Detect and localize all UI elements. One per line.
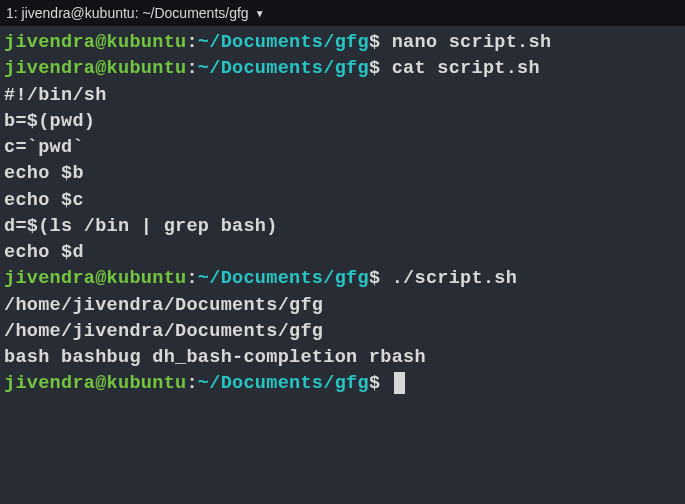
output-line: echo $b bbox=[4, 161, 681, 187]
output-line: bash bashbug dh_bash-completion rbash bbox=[4, 345, 681, 371]
user-host: jivendra@kubuntu bbox=[4, 58, 186, 79]
output-line: /home/jivendra/Documents/gfg bbox=[4, 293, 681, 319]
separator: : bbox=[186, 268, 197, 289]
cursor bbox=[394, 372, 405, 394]
command: nano script.sh bbox=[380, 32, 551, 53]
command: ./script.sh bbox=[380, 268, 517, 289]
prompt-symbol: $ bbox=[369, 32, 380, 53]
prompt-symbol: $ bbox=[369, 58, 380, 79]
separator: : bbox=[186, 58, 197, 79]
output-line: /home/jivendra/Documents/gfg bbox=[4, 319, 681, 345]
path: ~/Documents/gfg bbox=[198, 373, 369, 394]
separator: : bbox=[186, 373, 197, 394]
output-line: #!/bin/sh bbox=[4, 83, 681, 109]
separator: : bbox=[186, 32, 197, 53]
output-line: echo $c bbox=[4, 188, 681, 214]
command bbox=[380, 373, 391, 394]
prompt-line: jivendra@kubuntu:~/Documents/gfg$ ./scri… bbox=[4, 266, 681, 292]
user-host: jivendra@kubuntu bbox=[4, 32, 186, 53]
output-line: echo $d bbox=[4, 240, 681, 266]
path: ~/Documents/gfg bbox=[198, 58, 369, 79]
titlebar[interactable]: 1: jivendra@kubuntu: ~/Documents/gfg ▼ bbox=[0, 0, 685, 26]
output-line: c=`pwd` bbox=[4, 135, 681, 161]
prompt-symbol: $ bbox=[369, 373, 380, 394]
user-host: jivendra@kubuntu bbox=[4, 373, 186, 394]
titlebar-text: 1: jivendra@kubuntu: ~/Documents/gfg bbox=[6, 5, 249, 21]
prompt-symbol: $ bbox=[369, 268, 380, 289]
prompt-line: jivendra@kubuntu:~/Documents/gfg$ cat sc… bbox=[4, 56, 681, 82]
path: ~/Documents/gfg bbox=[198, 268, 369, 289]
terminal[interactable]: jivendra@kubuntu:~/Documents/gfg$ nano s… bbox=[0, 26, 685, 402]
command: cat script.sh bbox=[380, 58, 540, 79]
prompt-line: jivendra@kubuntu:~/Documents/gfg$ bbox=[4, 371, 681, 397]
output-line: d=$(ls /bin | grep bash) bbox=[4, 214, 681, 240]
path: ~/Documents/gfg bbox=[198, 32, 369, 53]
dropdown-icon[interactable]: ▼ bbox=[255, 8, 265, 19]
prompt-line: jivendra@kubuntu:~/Documents/gfg$ nano s… bbox=[4, 30, 681, 56]
user-host: jivendra@kubuntu bbox=[4, 268, 186, 289]
output-line: b=$(pwd) bbox=[4, 109, 681, 135]
